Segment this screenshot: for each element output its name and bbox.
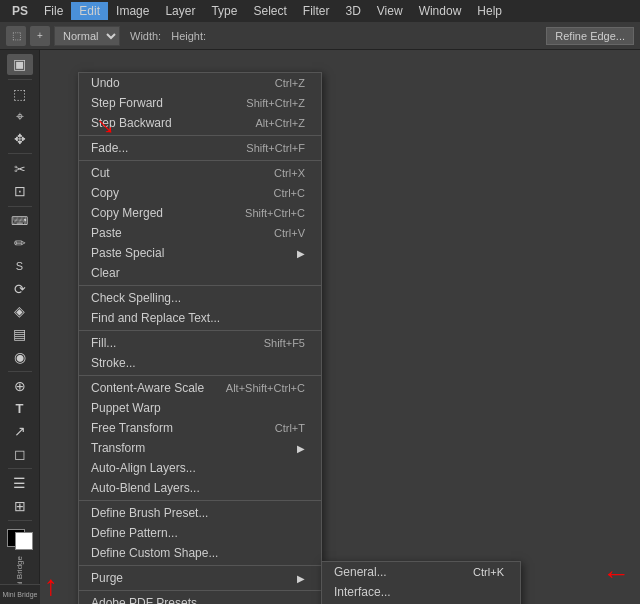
menu-bar: PS File Edit Image Layer Type Select Fil… xyxy=(0,0,640,22)
tool-move[interactable]: ▣ xyxy=(7,54,33,75)
tool-separator-3 xyxy=(8,206,32,207)
tool-magic-wand[interactable]: ✥ xyxy=(7,129,33,150)
menu-item-step-backward[interactable]: Step Backward Alt+Ctrl+Z xyxy=(79,113,321,133)
menu-item-auto-blend[interactable]: Auto-Blend Layers... xyxy=(79,478,321,498)
tool-separator-4 xyxy=(8,371,32,372)
mini-bridge-bar[interactable]: Mini Bridge xyxy=(0,584,40,604)
menu-item-clear[interactable]: Clear xyxy=(79,263,321,283)
menu-item-step-forward[interactable]: Step Forward Shift+Ctrl+Z xyxy=(79,93,321,113)
menu-item-find-replace[interactable]: Find and Replace Text... xyxy=(79,308,321,328)
tool-separator-1 xyxy=(8,79,32,80)
view-menu[interactable]: View xyxy=(369,2,411,20)
file-menu[interactable]: File xyxy=(36,2,71,20)
options-bar: ⬚ + Normal Width: Height: Refine Edge... xyxy=(0,22,640,50)
tool-separator-5 xyxy=(8,468,32,469)
tool-type[interactable]: T xyxy=(7,398,33,419)
select-menu[interactable]: Select xyxy=(245,2,294,20)
main-layout: ▣ ⬚ ⌖ ✥ ✂ ⊡ ⌨ ✏ S ⟳ ◈ ▤ ◉ ⊕ T ↗ ◻ ☰ ⊞ Mi… xyxy=(0,50,640,604)
menu-sep-4 xyxy=(79,330,321,331)
tool-heal[interactable]: ⌨ xyxy=(7,210,33,231)
image-menu[interactable]: Image xyxy=(108,2,157,20)
toolbar: ▣ ⬚ ⌖ ✥ ✂ ⊡ ⌨ ✏ S ⟳ ◈ ▤ ◉ ⊕ T ↗ ◻ ☰ ⊞ Mi… xyxy=(0,50,40,604)
menu-item-define-shape[interactable]: Define Custom Shape... xyxy=(79,543,321,563)
refine-edge-button[interactable]: Refine Edge... xyxy=(546,27,634,45)
tool-dodge[interactable]: ◉ xyxy=(7,346,33,367)
tool-crop[interactable]: ✂ xyxy=(7,158,33,179)
window-menu[interactable]: Window xyxy=(411,2,470,20)
menu-sep-6 xyxy=(79,500,321,501)
width-label: Width: xyxy=(130,30,161,42)
menu-sep-8 xyxy=(79,590,321,591)
menu-item-check-spelling[interactable]: Check Spelling... xyxy=(79,288,321,308)
edit-menu[interactable]: Edit xyxy=(71,2,108,20)
menu-item-paste[interactable]: Paste Ctrl+V xyxy=(79,223,321,243)
menu-item-copy-merged[interactable]: Copy Merged Shift+Ctrl+C xyxy=(79,203,321,223)
menu-sep-7 xyxy=(79,565,321,566)
menu-item-cut[interactable]: Cut Ctrl+X xyxy=(79,163,321,183)
tool-path-select[interactable]: ↗ xyxy=(7,421,33,442)
type-menu[interactable]: Type xyxy=(203,2,245,20)
menu-item-pdf-presets[interactable]: Adobe PDF Presets... xyxy=(79,593,321,604)
menu-item-paste-special[interactable]: Paste Special ▶ xyxy=(79,243,321,263)
tool-history[interactable]: ⟳ xyxy=(7,278,33,299)
tool-separator-6 xyxy=(8,520,32,521)
menu-sep-1 xyxy=(79,135,321,136)
mini-bridge-text: Mini Bridge xyxy=(2,591,37,598)
help-menu[interactable]: Help xyxy=(469,2,510,20)
tool-eyedropper[interactable]: ⊡ xyxy=(7,181,33,202)
filter-menu[interactable]: Filter xyxy=(295,2,338,20)
menu-item-auto-align[interactable]: Auto-Align Layers... xyxy=(79,458,321,478)
ps-menu[interactable]: PS xyxy=(4,2,36,20)
height-label: Height: xyxy=(171,30,206,42)
edit-dropdown: Undo Ctrl+Z Step Forward Shift+Ctrl+Z St… xyxy=(78,72,322,604)
tool-zoom[interactable]: ⊞ xyxy=(7,496,33,517)
preferences-submenu: General... Ctrl+K Interface... File Hand… xyxy=(321,561,521,604)
menu-sep-2 xyxy=(79,160,321,161)
tool-lasso[interactable]: ⌖ xyxy=(7,106,33,127)
red-arrow-top-right: ← xyxy=(602,558,630,590)
tool-gradient[interactable]: ▤ xyxy=(7,324,33,345)
tool-shape[interactable]: ◻ xyxy=(7,444,33,465)
tool-eraser[interactable]: ◈ xyxy=(7,301,33,322)
3d-menu[interactable]: 3D xyxy=(337,2,368,20)
menu-item-puppet-warp[interactable]: Puppet Warp xyxy=(79,398,321,418)
tool-stamp[interactable]: S xyxy=(7,256,33,277)
tool-brush[interactable]: ✏ xyxy=(7,233,33,254)
red-arrow-bottom: ↑ xyxy=(44,570,58,602)
menu-item-transform[interactable]: Transform ▶ xyxy=(79,438,321,458)
menu-item-purge[interactable]: Purge ▶ xyxy=(79,568,321,588)
tool-notes[interactable]: ☰ xyxy=(7,473,33,494)
tool-pen[interactable]: ⊕ xyxy=(7,376,33,397)
menu-item-define-pattern[interactable]: Define Pattern... xyxy=(79,523,321,543)
tool-separator-2 xyxy=(8,153,32,154)
tool-marquee[interactable]: ⬚ xyxy=(7,83,33,104)
menu-item-free-transform[interactable]: Free Transform Ctrl+T xyxy=(79,418,321,438)
menu-sep-3 xyxy=(79,285,321,286)
color-picker[interactable] xyxy=(7,529,33,550)
new-selection-icon[interactable]: + xyxy=(30,26,50,46)
menu-item-stroke[interactable]: Stroke... xyxy=(79,353,321,373)
pref-interface[interactable]: Interface... xyxy=(322,582,520,602)
menu-sep-5 xyxy=(79,375,321,376)
pref-general[interactable]: General... Ctrl+K xyxy=(322,562,520,582)
style-select[interactable]: Normal xyxy=(54,26,120,46)
layer-menu[interactable]: Layer xyxy=(157,2,203,20)
menu-item-fade[interactable]: Fade... Shift+Ctrl+F xyxy=(79,138,321,158)
menu-item-content-aware-scale[interactable]: Content-Aware Scale Alt+Shift+Ctrl+C xyxy=(79,378,321,398)
menu-item-fill[interactable]: Fill... Shift+F5 xyxy=(79,333,321,353)
menu-item-define-brush[interactable]: Define Brush Preset... xyxy=(79,503,321,523)
canvas-area: Undo Ctrl+Z Step Forward Shift+Ctrl+Z St… xyxy=(40,50,640,604)
menu-item-copy[interactable]: Copy Ctrl+C xyxy=(79,183,321,203)
menu-item-undo[interactable]: Undo Ctrl+Z xyxy=(79,73,321,93)
tool-options-icon: ⬚ xyxy=(6,26,26,46)
background-color[interactable] xyxy=(15,532,33,550)
